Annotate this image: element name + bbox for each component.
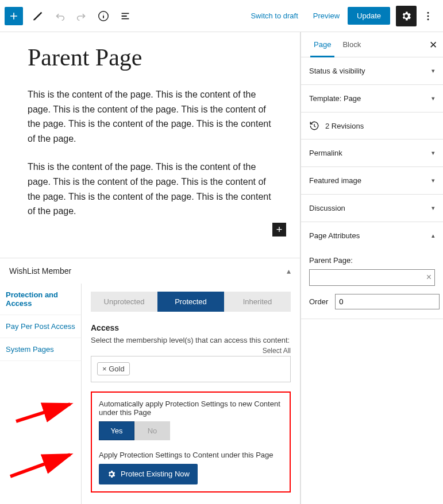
outline-button[interactable]: [115, 6, 136, 26]
parent-page-input[interactable]: [309, 269, 435, 286]
panel-featured-image[interactable]: Featured image▾: [301, 167, 443, 194]
panel-permalink[interactable]: Permalink▾: [301, 139, 443, 166]
tab-pay-per-post[interactable]: Pay Per Post Access: [0, 315, 81, 338]
panel-template[interactable]: Template: Page▾: [301, 85, 443, 112]
tab-protected[interactable]: Protected: [157, 292, 224, 312]
tab-inherited[interactable]: Inherited: [224, 292, 291, 312]
close-sidebar-button[interactable]: ✕: [429, 39, 437, 51]
svg-point-2: [427, 15, 429, 17]
level-chip-gold[interactable]: × Gold: [97, 362, 130, 375]
access-subtext: Select the membership level(s) that can …: [91, 336, 291, 344]
settings-sidebar: Page Block ✕ Status & visibility▾ Templa…: [301, 32, 443, 504]
toolbar-right: Switch to draft Preview Update: [244, 6, 438, 26]
panel-status-visibility[interactable]: Status & visibility▾: [301, 57, 443, 84]
metabox-header[interactable]: WishList Member ▴: [0, 258, 300, 284]
edit-mode-button[interactable]: [28, 6, 48, 26]
auto-apply-toggle: Yes No: [99, 421, 283, 440]
add-block-button[interactable]: [5, 7, 23, 25]
order-label: Order: [309, 297, 328, 306]
undo-button[interactable]: [49, 6, 70, 26]
sidebar-tab-page[interactable]: Page: [308, 32, 337, 57]
paragraph-block[interactable]: This is the content of the page. This is…: [28, 160, 272, 218]
chevron-down-icon: ▾: [432, 95, 435, 102]
gear-icon: [107, 470, 116, 479]
update-button[interactable]: Update: [348, 7, 390, 25]
chevron-down-icon: ▾: [432, 204, 435, 212]
chevron-down-icon: ▾: [432, 177, 435, 184]
parent-page-label: Parent Page:: [309, 256, 435, 265]
sidebar-tab-block[interactable]: Block: [337, 32, 367, 57]
redo-button[interactable]: [71, 6, 92, 26]
tab-protection-access[interactable]: Protection and Access: [0, 284, 81, 315]
clear-input-icon[interactable]: ×: [426, 272, 432, 282]
panel-revisions[interactable]: 2 Revisions: [301, 113, 443, 139]
auto-apply-no[interactable]: No: [134, 421, 170, 440]
protection-mode-tabs: Unprotected Protected Inherited: [91, 292, 291, 312]
page-attributes-body: Parent Page: × Order: [301, 256, 443, 319]
apply-existing-label: Apply Protection Settings to Content und…: [99, 451, 283, 459]
page-title[interactable]: Parent Page: [28, 44, 272, 71]
protect-existing-label: Protect Existing Now: [121, 470, 190, 478]
tab-system-pages[interactable]: System Pages: [0, 338, 81, 361]
svg-point-3: [427, 18, 429, 20]
chevron-down-icon: ▾: [432, 149, 435, 157]
metabox-side-tabs: Protection and Access Pay Per Post Acces…: [0, 284, 82, 504]
switch-to-draft-button[interactable]: Switch to draft: [244, 7, 305, 25]
select-all-link[interactable]: Select All: [91, 347, 291, 355]
metabox-toggle-icon: ▴: [287, 266, 291, 276]
auto-apply-yes[interactable]: Yes: [99, 421, 134, 440]
chevron-up-icon: ▴: [432, 232, 435, 239]
highlighted-settings: Automatically apply Protection Settings …: [91, 391, 291, 493]
membership-levels-select[interactable]: × Gold: [91, 356, 291, 382]
protect-existing-button[interactable]: Protect Existing Now: [99, 464, 198, 484]
more-menu-button[interactable]: [418, 6, 438, 26]
insert-block-button[interactable]: +: [272, 223, 286, 237]
panel-discussion[interactable]: Discussion▾: [301, 195, 443, 222]
panel-page-attributes[interactable]: Page Attributes ▴: [301, 222, 443, 249]
paragraph-block[interactable]: This is the content of the page. This is…: [28, 87, 272, 146]
toolbar-left: [5, 6, 136, 26]
order-input[interactable]: [335, 294, 440, 309]
access-heading: Access: [91, 323, 291, 332]
preview-button[interactable]: Preview: [306, 7, 346, 25]
wishlist-metabox: WishList Member ▴ Protection and Access …: [0, 258, 300, 504]
info-button[interactable]: [93, 6, 114, 26]
sidebar-tabs: Page Block ✕: [301, 32, 443, 57]
auto-apply-label: Automatically apply Protection Settings …: [99, 400, 283, 417]
editor-toolbar: Switch to draft Preview Update: [0, 0, 443, 32]
history-icon: [309, 121, 319, 131]
settings-button[interactable]: [396, 6, 417, 26]
editor-canvas: Parent Page This is the content of the p…: [0, 32, 301, 504]
tab-unprotected[interactable]: Unprotected: [91, 292, 157, 312]
chevron-down-icon: ▾: [432, 67, 435, 75]
svg-point-1: [427, 11, 429, 13]
metabox-title: WishList Member: [9, 266, 71, 276]
metabox-content: Unprotected Protected Inherited Access S…: [82, 284, 300, 504]
